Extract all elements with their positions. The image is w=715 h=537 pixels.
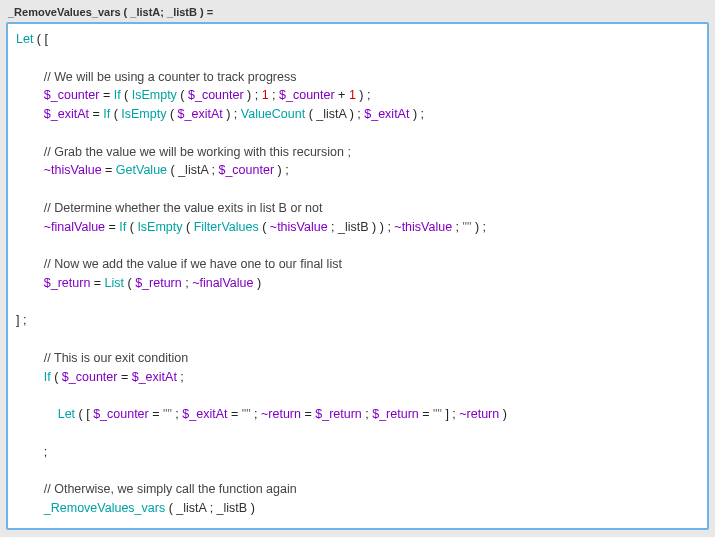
var-exitat: $_exitAt xyxy=(44,107,89,121)
comment: // We will be using a counter to track p… xyxy=(44,70,297,84)
punct: ) ; xyxy=(244,88,262,102)
comment: // Now we add the value if we have one t… xyxy=(44,257,342,271)
punct: ) xyxy=(499,407,507,421)
eq: = xyxy=(227,407,241,421)
arg-listb: _listB xyxy=(217,501,248,515)
punct: ; xyxy=(182,276,192,290)
punct: ) ; xyxy=(409,107,424,121)
string-empty: "" xyxy=(433,407,442,421)
punct: ) ) ; xyxy=(369,220,395,234)
var-counter: $_counter xyxy=(218,163,274,177)
arg-lista: _listA xyxy=(176,501,206,515)
var-exitat: $_exitAt xyxy=(178,107,223,121)
punct: ; xyxy=(452,220,462,234)
if-fn: If xyxy=(114,88,121,102)
punct: ( xyxy=(259,220,270,234)
comment: // This is our exit condition xyxy=(44,351,188,365)
punct: ( xyxy=(121,88,132,102)
var-return: $_return xyxy=(135,276,182,290)
let-keyword: Let xyxy=(58,407,75,421)
var-thisvalue: ~thisValue xyxy=(44,163,102,177)
comment: // Grab the value we will be working wit… xyxy=(44,145,351,159)
number: 1 xyxy=(349,88,356,102)
punct: ; xyxy=(206,501,216,515)
var-counter: $_counter xyxy=(44,88,100,102)
punct: ( xyxy=(51,370,62,384)
punct: ( xyxy=(166,107,177,121)
punct: ( xyxy=(126,220,137,234)
eq: = xyxy=(90,276,104,290)
isempty-fn: IsEmpty xyxy=(132,88,177,102)
punct: ) ; xyxy=(471,220,486,234)
punct: ( xyxy=(177,88,188,102)
var-return: $_return xyxy=(372,407,419,421)
string-empty: "" xyxy=(163,407,172,421)
var-counter: $_counter xyxy=(93,407,149,421)
var-thisvalue: ~thisValue xyxy=(270,220,328,234)
semicolon: ; xyxy=(44,445,47,459)
punct: ] ; xyxy=(442,407,459,421)
punct: ( xyxy=(183,220,194,234)
eq: = xyxy=(149,407,163,421)
var-finalvalue: ~finalValue xyxy=(192,276,253,290)
var-counter: $_counter xyxy=(188,88,244,102)
code-editor[interactable]: Let ( [ // We will be using a counter to… xyxy=(6,22,709,530)
punct: ; xyxy=(177,370,184,384)
list-fn: List xyxy=(105,276,124,290)
string-empty: "" xyxy=(242,407,251,421)
punct: ( xyxy=(167,163,178,177)
param-2: _listB xyxy=(167,6,197,18)
punct: ) ; xyxy=(274,163,289,177)
eq: = xyxy=(419,407,433,421)
arg-lista: _listA xyxy=(178,163,208,177)
filtervalues-fn: FilterValues xyxy=(194,220,259,234)
punct: ) ; xyxy=(356,88,371,102)
number: 1 xyxy=(262,88,269,102)
punct: ; xyxy=(328,220,338,234)
punct: ( [ xyxy=(75,407,93,421)
eq: = xyxy=(117,370,131,384)
eq: = xyxy=(301,407,315,421)
eq: = xyxy=(105,220,119,234)
arg-listb: _listB xyxy=(338,220,369,234)
eq: = xyxy=(99,88,113,102)
valuecount-fn: ValueCount xyxy=(241,107,305,121)
punct: ) ; xyxy=(223,107,241,121)
getvalue-fn: GetValue xyxy=(116,163,167,177)
var-return: $_return xyxy=(44,276,91,290)
punct: ; xyxy=(269,88,279,102)
var-exitat: $_exitAt xyxy=(182,407,227,421)
var-finalvalue: ~finalValue xyxy=(44,220,105,234)
paren-close: ) = xyxy=(197,6,213,18)
eq: = xyxy=(102,163,116,177)
punct: ( xyxy=(165,501,176,515)
paren-open: ( xyxy=(121,6,131,18)
comment: // Otherwise, we simply call the functio… xyxy=(44,482,297,496)
punct: ; xyxy=(172,407,182,421)
if-fn: If xyxy=(44,370,51,384)
var-exitat: $_exitAt xyxy=(132,370,177,384)
punct: ; xyxy=(362,407,372,421)
var-return-local: ~return xyxy=(459,407,499,421)
var-return: $_return xyxy=(315,407,362,421)
punct: ( xyxy=(124,276,135,290)
comment: // Determine whether the value exits in … xyxy=(44,201,323,215)
var-exitat: $_exitAt xyxy=(364,107,409,121)
punct: ( xyxy=(305,107,316,121)
eq: = xyxy=(89,107,103,121)
isempty-fn: IsEmpty xyxy=(137,220,182,234)
punct: + xyxy=(335,88,349,102)
function-name: _RemoveValues_vars xyxy=(8,6,121,18)
punct: ) xyxy=(253,276,261,290)
arg-lista: _listA xyxy=(316,107,346,121)
recursive-call: _RemoveValues_vars xyxy=(44,501,165,515)
punct: ) xyxy=(247,501,255,515)
var-counter: $_counter xyxy=(279,88,335,102)
var-return-local: ~return xyxy=(261,407,301,421)
punct: ) ; xyxy=(346,107,364,121)
let-keyword: Let xyxy=(16,32,33,46)
bracket-close: ] ; xyxy=(16,313,26,327)
param-1: _listA xyxy=(130,6,160,18)
param-sep: ; xyxy=(160,6,167,18)
punct: ; xyxy=(251,407,261,421)
